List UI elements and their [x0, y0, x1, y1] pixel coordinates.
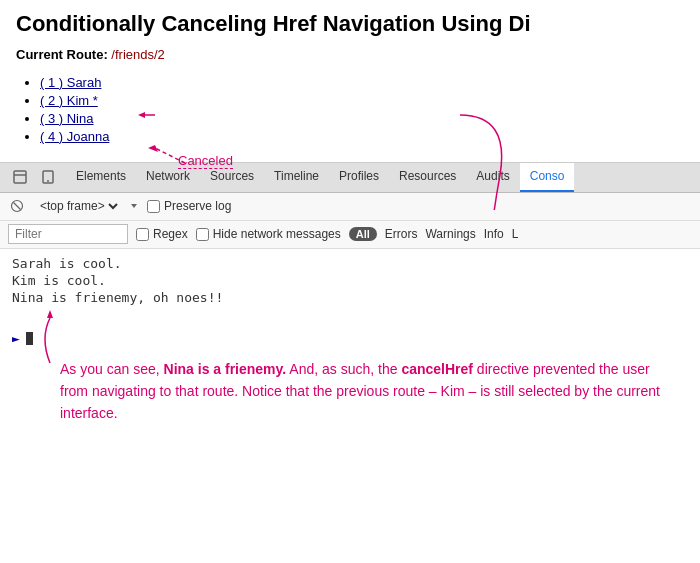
devtools-tabs: Elements Network Sources Timeline Profil…	[0, 163, 700, 193]
tab-resources[interactable]: Resources	[389, 163, 466, 192]
console-line: Sarah is cool.	[12, 255, 688, 272]
canceled-annotation: Canceled	[178, 153, 233, 169]
hide-network-label: Hide network messages	[196, 227, 341, 241]
list-item: ( 4 ) Joanna	[40, 128, 684, 144]
devtools-icons	[4, 165, 66, 189]
prompt-arrow: ►	[12, 331, 20, 346]
list-item: ( 3 ) Nina	[40, 110, 684, 126]
nav-link-sarah[interactable]: ( 1 ) Sarah	[40, 75, 101, 90]
nav-link-joanna[interactable]: ( 4 ) Joanna	[40, 129, 109, 144]
list-item: ( 1 ) Sarah	[40, 74, 684, 90]
svg-marker-11	[131, 204, 137, 208]
list-item: ( 2 ) Kim *	[40, 92, 684, 108]
current-route: Current Route: /friends/2	[16, 47, 684, 62]
tab-timeline[interactable]: Timeline	[264, 163, 329, 192]
console-line: Kim is cool.	[12, 272, 688, 289]
tab-console[interactable]: Conso	[520, 163, 575, 192]
console-prompt[interactable]: ►	[0, 329, 700, 348]
extra-btn[interactable]: L	[512, 227, 519, 241]
svg-line-10	[14, 203, 21, 210]
nav-link-nina[interactable]: ( 3 ) Nina	[40, 111, 93, 126]
console-line: Nina is frienemy, oh noes!!	[12, 289, 688, 306]
frame-selector[interactable]: <top frame>	[36, 198, 121, 214]
errors-btn[interactable]: Errors	[385, 227, 418, 241]
annotation-text-1: As you can see,	[60, 361, 164, 377]
hide-network-checkbox[interactable]	[196, 228, 209, 241]
annotation-text-2: And, as such, the	[286, 361, 401, 377]
warnings-btn[interactable]: Warnings	[425, 227, 475, 241]
devtools-filter: Regex Hide network messages All Errors W…	[0, 221, 700, 249]
svg-rect-5	[14, 171, 26, 183]
tab-profiles[interactable]: Profiles	[329, 163, 389, 192]
info-btn[interactable]: Info	[484, 227, 504, 241]
page-title: Conditionally Canceling Href Navigation …	[16, 10, 684, 39]
console-output: Sarah is cool. Kim is cool. Nina is frie…	[0, 249, 700, 329]
tab-audits[interactable]: Audits	[466, 163, 519, 192]
regex-checkbox[interactable]	[136, 228, 149, 241]
svg-marker-3	[148, 145, 158, 152]
bottom-annotation: As you can see, Nina is a frienemy. And,…	[0, 348, 700, 435]
annotation-nina-highlight: Nina is a frienemy.	[164, 361, 287, 377]
filter-input[interactable]	[8, 224, 128, 244]
dock-icon[interactable]	[8, 165, 32, 189]
device-icon[interactable]	[36, 165, 60, 189]
devtools-panel: Elements Network Sources Timeline Profil…	[0, 162, 700, 348]
clear-console-icon[interactable]	[8, 197, 26, 215]
nav-list: ( 1 ) Sarah ( 2 ) Kim * ( 3 ) Nina ( 4 )…	[16, 74, 684, 144]
tab-elements[interactable]: Elements	[66, 163, 136, 192]
nav-link-kim[interactable]: ( 2 ) Kim *	[40, 93, 98, 108]
regex-label: Regex	[136, 227, 188, 241]
preserve-log-checkbox[interactable]	[147, 200, 160, 213]
preserve-log-label: Preserve log	[147, 199, 231, 213]
devtools-toolbar: <top frame> Preserve log	[0, 193, 700, 221]
dropdown-arrow-icon	[129, 201, 139, 211]
annotation-cancel-href: cancelHref	[401, 361, 473, 377]
top-content: Conditionally Canceling Href Navigation …	[0, 0, 700, 144]
console-cursor	[26, 332, 33, 345]
all-badge[interactable]: All	[349, 227, 377, 241]
